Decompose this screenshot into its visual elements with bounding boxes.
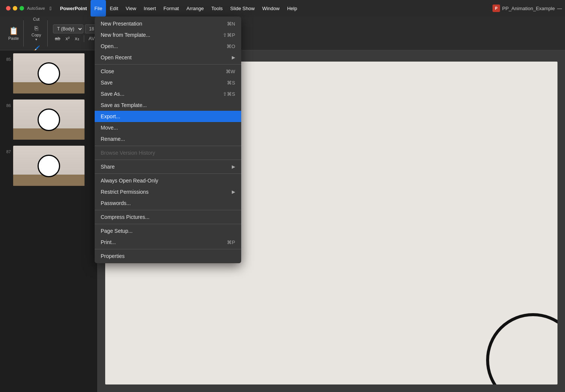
file-menu: New Presentation ⌘N New from Template...… [95,17,241,263]
copy-label: Copy [32,33,41,37]
menu-item-close[interactable]: Close ⌘W [95,66,241,77]
menu-item-always-open-read-only[interactable]: Always Open Read-Only [95,175,241,186]
menu-item-page-setup[interactable]: Page Setup... [95,225,241,237]
menubar-item-insert[interactable]: Insert [140,0,160,17]
menu-item-page-setup-label: Page Setup... [101,228,133,234]
slide-thumb-86 [13,100,85,140]
menu-item-new-from-template-label: New from Template... [101,32,150,38]
apple-menu[interactable]:  [45,0,56,17]
menu-item-open-recent[interactable]: Open Recent ▶ [95,52,241,63]
menu-item-properties-label: Properties [101,253,125,259]
fmt-divider-3 [84,35,84,42]
cut-label: Cut [33,17,39,21]
slide-number-86: 86 [2,100,11,108]
menu-separator-7 [95,249,241,249]
copy-dropdown-icon: ▼ [35,38,38,41]
menu-item-new-presentation-label: New Presentation [101,21,142,27]
doc-title-text: PP_Animation_Example [502,6,555,11]
menu-item-save-label: Save [101,80,113,86]
menubar-item-format[interactable]: Format [160,0,183,17]
menu-item-browse-version-history: Browse Version History [95,147,241,158]
menubar-item-window[interactable]: Window [258,0,283,17]
menu-item-save-as[interactable]: Save As... ⇧⌘S [95,88,241,100]
ppt-icon: P [492,5,500,12]
menu-separator-4 [95,173,241,174]
menubar-item-help[interactable]: Help [283,0,301,17]
paste-button[interactable]: 📋 Paste [6,25,21,42]
toolbar: 📋 Paste ✂️ Cut ⎘ Copy ▼ 🖌️ Format T (Bod… [0,17,565,50]
menu-separator-3 [95,160,241,160]
submenu-arrow-open-recent: ▶ [232,55,235,60]
minimize-button[interactable] [13,6,17,11]
autosave-label: AutoSave [27,6,45,11]
submenu-arrow-restrict: ▶ [232,189,235,194]
maximize-button[interactable] [20,6,24,11]
menu-item-properties[interactable]: Properties [95,250,241,262]
menu-item-new-from-template[interactable]: New from Template... ⇧⌘P [95,29,241,41]
slide-thumb-85 [13,53,85,93]
menu-item-browse-version-history-label: Browse Version History [101,150,155,156]
superscript-button[interactable]: x² [63,35,71,42]
menubar-item-arrange[interactable]: Arrange [183,0,207,17]
slide-item-86[interactable]: 86 [0,96,97,143]
slide-circle-86 [38,109,60,131]
subscript-button[interactable]: x₂ [73,35,81,42]
slide-circle-87 [38,155,60,177]
slide-item-85[interactable]: 85 [0,50,97,96]
menu-item-open-shortcut: ⌘O [227,44,235,49]
menu-item-save-as-template[interactable]: Save as Template... [95,100,241,111]
menu-separator-5 [95,210,241,210]
menu-item-open-label: Open... [101,43,118,49]
slide-thumb-inner-85 [13,53,85,93]
menubar-item-edit[interactable]: Edit [106,0,122,17]
menubar-item-view[interactable]: View [122,0,140,17]
paste-label: Paste [8,36,19,41]
copy-icon: ⎘ [35,25,38,32]
copy-button[interactable]: ⎘ Copy ▼ [29,24,44,43]
menubar-right: P PP_Animation_Example — [492,5,562,12]
menu-item-compress-pictures-label: Compress Pictures... [101,214,150,220]
menu-item-move[interactable]: Move... [95,122,241,133]
menu-item-open-recent-label: Open Recent [101,54,132,60]
menu-item-passwords[interactable]: Passwords... [95,198,241,209]
submenu-arrow-share: ▶ [232,164,235,169]
menu-item-open[interactable]: Open... ⌘O [95,41,241,52]
doc-title-dash: — [557,6,562,11]
traffic-lights [3,6,27,11]
menu-item-share[interactable]: Share ▶ [95,161,241,172]
menu-item-move-label: Move... [101,125,118,131]
close-button[interactable] [6,6,11,11]
menu-item-restrict-permissions[interactable]: Restrict Permissions ▶ [95,186,241,198]
menubar-item-powerpoint[interactable]: PowerPoint [56,0,91,17]
menu-item-print-shortcut: ⌘P [227,240,235,245]
menu-item-rename[interactable]: Rename... [95,133,241,145]
slide-thumb-inner-86 [13,100,85,140]
menu-item-close-shortcut: ⌘W [226,69,235,74]
menu-item-print[interactable]: Print... ⌘P [95,237,241,248]
menu-item-share-label: Share [101,164,115,170]
font-family-select[interactable]: T (Body) [53,24,83,33]
menu-item-new-presentation[interactable]: New Presentation ⌘N [95,18,241,29]
slide-thumb-inner-87 [13,146,85,186]
menu-item-save[interactable]: Save ⌘S [95,77,241,88]
menu-item-save-shortcut: ⌘S [227,80,235,86]
menu-item-save-as-shortcut: ⇧⌘S [223,91,235,97]
menu-item-export-label: Export... [101,113,120,119]
menubar-item-file[interactable]: File [91,0,106,17]
menu-item-rename-label: Rename... [101,136,125,142]
doc-title: P PP_Animation_Example — [492,5,562,12]
menubar-item-slideshow[interactable]: Slide Show [227,0,258,17]
menubar-item-tools[interactable]: Tools [207,0,226,17]
menu-item-compress-pictures[interactable]: Compress Pictures... [95,211,241,223]
menu-separator-1 [95,64,241,65]
toolbar-paste-section: 📋 Paste [4,20,24,47]
menu-item-print-label: Print... [101,239,116,245]
slide-number-85: 85 [2,53,11,62]
menu-item-restrict-permissions-label: Restrict Permissions [101,189,149,195]
strikethrough-button[interactable]: ab [53,35,62,42]
menu-item-export[interactable]: Export... [95,111,241,122]
slide-item-87[interactable]: 87 [0,143,97,189]
slide-thumb-87 [13,146,85,186]
menubar: AutoSave  PowerPoint File Edit View Ins… [0,0,565,17]
menu-item-save-as-label: Save As... [101,91,124,97]
